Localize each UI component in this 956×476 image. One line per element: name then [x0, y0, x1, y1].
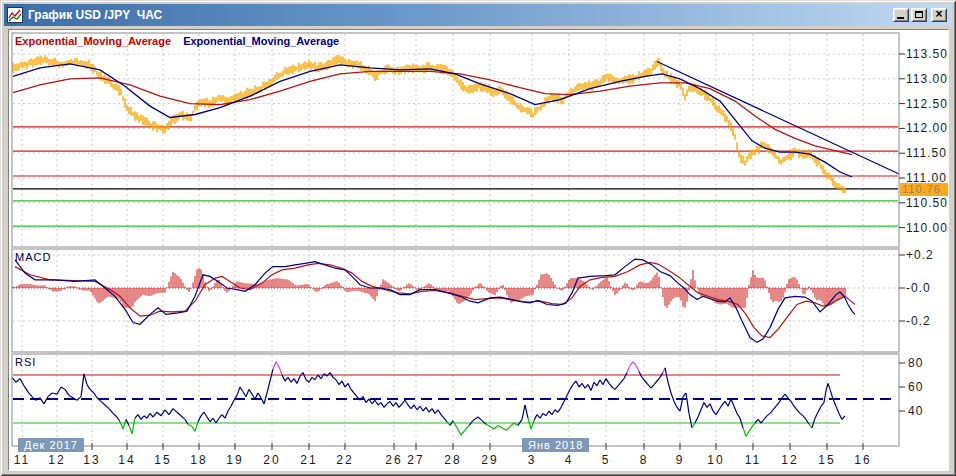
month-badge-jan-2018: Янв 2018 — [522, 438, 589, 452]
price-axis-label: 111.00 — [906, 171, 947, 185]
price-axis-label: 110.50 — [906, 196, 948, 210]
date-label: 19 — [222, 453, 248, 467]
price-axis-label: 113.00 — [906, 72, 948, 86]
date-label: 8 — [631, 453, 657, 467]
date-label: 28 — [440, 453, 466, 467]
date-label: 27 — [403, 453, 429, 467]
price-axis-label: 111.50 — [906, 146, 947, 160]
date-label: 18 — [186, 453, 212, 467]
date-label: 4 — [556, 453, 582, 467]
date-label: 21 — [296, 453, 322, 467]
date-label: 16 — [850, 453, 876, 467]
date-label: 20 — [259, 453, 285, 467]
date-label: 9 — [667, 453, 693, 467]
price-axis-label: 112.00 — [906, 121, 948, 135]
rsi-axis-label: 60 — [908, 380, 923, 394]
date-label: 22 — [332, 453, 358, 467]
date-label: 14 — [114, 453, 140, 467]
date-label: 3 — [519, 453, 545, 467]
price-axis-label: 113.50 — [906, 47, 948, 61]
date-label: 15 — [814, 453, 840, 467]
legend-ema-red: Exponential_Moving_Average — [15, 35, 171, 47]
date-label: 12 — [44, 453, 70, 467]
legend-ema-blue: Exponential_Moving_Average — [183, 35, 339, 47]
date-label: 11 — [9, 453, 35, 467]
date-label: 15 — [150, 453, 176, 467]
date-label: 13 — [79, 453, 105, 467]
date-label: 12 — [777, 453, 803, 467]
rsi-panel-label: RSI — [15, 356, 36, 368]
date-label: 11 — [740, 453, 766, 467]
macd-axis-label: +0.2 — [906, 248, 934, 262]
app-window: График USD /JPY ЧАС × Exponential_Moving… — [0, 0, 956, 476]
rsi-axis-label: 40 — [908, 404, 923, 418]
price-axis-label: 112.50 — [906, 97, 948, 111]
date-label: 10 — [703, 453, 729, 467]
rsi-axis-label: 80 — [908, 356, 923, 370]
indicator-legend: Exponential_Moving_Average Exponential_M… — [15, 35, 339, 47]
date-label: 5 — [593, 453, 619, 467]
price-axis-label: 110.00 — [906, 221, 948, 235]
chart-canvas[interactable] — [0, 0, 956, 476]
macd-axis-label: -0.2 — [906, 314, 931, 328]
macd-axis-label: -0.0 — [906, 281, 931, 295]
month-badge-dec-2017: Дек 2017 — [18, 438, 84, 452]
date-label: 29 — [477, 453, 503, 467]
macd-panel-label: MACD — [15, 251, 51, 263]
